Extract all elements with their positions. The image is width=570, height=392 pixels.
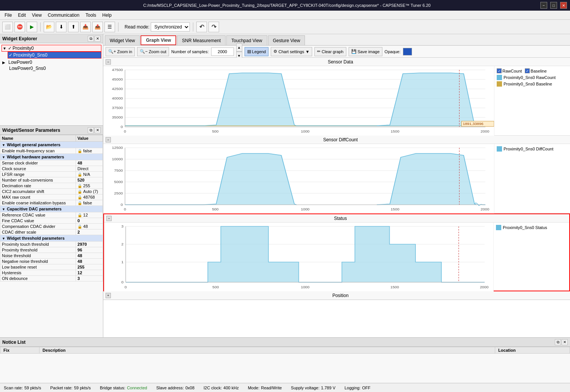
label-lowpower0-sns0: LowPower0_Sns0 xyxy=(9,66,46,71)
graph-area: − Sensor Data xyxy=(103,58,570,337)
maximize-button[interactable]: □ xyxy=(550,2,557,9)
svg-text:1000: 1000 xyxy=(301,207,309,211)
menubar: File Edit View Communication Tools Help xyxy=(0,11,570,20)
menu-file[interactable]: File xyxy=(2,12,15,19)
menu-edit[interactable]: Edit xyxy=(15,12,29,19)
menu-communication[interactable]: Communication xyxy=(45,12,82,19)
minimize-button[interactable]: − xyxy=(540,2,547,9)
param-fine-cdac: Fine CDAC value 0 xyxy=(0,218,103,224)
chart-diffcount-body: 12500 10000 7500 5000 2500 0 0 500 1000 xyxy=(103,144,570,213)
save-image-button[interactable]: 💾 Save image xyxy=(349,47,382,56)
close-button[interactable]: ✕ xyxy=(560,2,567,9)
read-mode-select[interactable]: Synchronized Free running xyxy=(151,22,190,32)
svg-text:2000: 2000 xyxy=(481,130,489,133)
toolbar-new[interactable]: ⬜ xyxy=(2,22,13,32)
notice-col-fix: Fix xyxy=(0,347,39,354)
svg-text:1000: 1000 xyxy=(301,130,309,133)
status-packet-rate: Packet rate: 59 pkts/s xyxy=(50,386,91,390)
menu-tools[interactable]: Tools xyxy=(82,12,99,19)
notice-data-table: Fix Description Location xyxy=(0,347,570,354)
toolbar-redo[interactable]: ↷ xyxy=(208,22,219,32)
collapse-diffcount[interactable]: − xyxy=(106,137,111,142)
widget-explorer-title: Widget Explorer xyxy=(2,36,37,41)
checkbox-proximity0-sns0[interactable]: ✓ xyxy=(9,52,13,58)
chart-settings-button[interactable]: ⚙ Chart settings ▼ xyxy=(271,47,312,56)
tree-item-lowpower0-sns0[interactable]: LowPower0_Sns0 xyxy=(8,65,101,71)
toolbar-undo[interactable]: ↶ xyxy=(196,22,207,32)
notice-list-panel: Notice List ⧉ ✕ Fix Description Location xyxy=(0,337,570,383)
col-value: Value xyxy=(76,135,103,142)
tree-item-lowpower0[interactable]: ▶ LowPower0 xyxy=(2,59,101,65)
chart-status-header: − Status xyxy=(104,214,569,223)
samples-input[interactable] xyxy=(211,47,234,56)
content-area: Widget Explorer ⧉ ✕ ▼ ✓ Proximity0 xyxy=(0,34,570,337)
clear-graph-button[interactable]: ✏ Clear graph xyxy=(314,47,346,56)
toolbar-open[interactable]: 📂 xyxy=(44,22,54,32)
legend-diffcount-entry: Proximity0_Sns0 DiffCount xyxy=(497,146,568,152)
tab-touchpad-view[interactable]: Touchpad View xyxy=(226,35,267,45)
tab-snr-measurement[interactable]: SNR Measurement xyxy=(177,35,226,45)
status-bridge: Bridge status: Connected xyxy=(100,386,147,390)
expand-icon-proximity0: ▼ xyxy=(3,46,7,51)
toolbar-import[interactable]: 📥 xyxy=(80,22,91,32)
toolbar-stop[interactable]: ⛔ xyxy=(14,22,25,32)
checkbox-proximity0[interactable]: ✓ xyxy=(8,46,12,51)
param-neg-noise: Negative noise threshold 48 xyxy=(0,259,103,264)
status-scan-rate: Scan rate: 59 pkts/s xyxy=(4,386,41,390)
svg-text:0: 0 xyxy=(124,130,126,133)
svg-text:2: 2 xyxy=(122,242,124,246)
svg-text:500: 500 xyxy=(212,285,219,289)
clear-graph-icon: ✏ xyxy=(317,49,321,54)
toolbar-download[interactable]: ⬇ xyxy=(56,22,66,32)
graph-toolbar: 🔍+ Zoom in 🔍− Zoom out Number of samples… xyxy=(103,46,570,58)
legend-button[interactable]: ▤ Legend xyxy=(245,47,269,56)
notice-list-close[interactable]: ✕ xyxy=(562,339,568,345)
widget-explorer-restore[interactable]: ⧉ xyxy=(88,36,94,42)
toolbar: ⬜ ⛔ ▶ 📂 ⬇ ⬆ 📥 📤 ☰ Read mode: Synchronize… xyxy=(0,20,570,34)
chart-diffcount: − Sensor DiffCount xyxy=(103,136,570,213)
notice-list-restore[interactable]: ⧉ xyxy=(555,339,561,345)
collapse-status[interactable]: − xyxy=(106,216,112,221)
toolbar-list[interactable]: ☰ xyxy=(104,22,115,32)
toolbar-export[interactable]: 📤 xyxy=(92,22,103,32)
menu-help[interactable]: Help xyxy=(99,12,115,19)
svg-text:0: 0 xyxy=(122,280,124,284)
collapse-position[interactable]: + xyxy=(106,293,111,298)
widget-explorer-header: Widget Explorer ⧉ ✕ xyxy=(0,34,103,43)
svg-text:0: 0 xyxy=(121,203,123,207)
svg-text:0: 0 xyxy=(124,207,126,211)
legend-baseline-checkbox[interactable]: ✓ Baseline xyxy=(525,68,546,73)
tab-widget-view[interactable]: Widget View xyxy=(105,35,140,45)
toolbar-run[interactable]: ▶ xyxy=(27,22,37,32)
sensor-params-restore[interactable]: ⧉ xyxy=(88,127,94,133)
svg-text:35000: 35000 xyxy=(112,115,123,119)
legend-rawcount-checkbox[interactable]: ✓ RawCount xyxy=(497,68,522,73)
param-noise-threshold: Noise threshold 48 xyxy=(0,253,103,259)
sensor-params-title: Widget/Sensor Parameters xyxy=(2,128,60,133)
label-lowpower0: LowPower0 xyxy=(8,60,32,65)
menu-view[interactable]: View xyxy=(29,12,45,19)
label-proximity0-sns0: Proximity0_Sns0 xyxy=(13,52,47,58)
sensor-params-close[interactable]: ✕ xyxy=(95,127,101,133)
collapse-sensor-data[interactable]: − xyxy=(106,59,111,65)
param-low-baseline: Low baseline reset 255 xyxy=(0,264,103,270)
param-max-rawcount: MAX raw count 🔒48768 xyxy=(0,194,103,200)
opaque-color-swatch[interactable] xyxy=(403,48,412,55)
toolbar-upload[interactable]: ⬆ xyxy=(68,22,79,32)
widget-explorer-close[interactable]: ✕ xyxy=(95,36,101,42)
tree-item-proximity0[interactable]: ▼ ✓ Proximity0 xyxy=(2,45,101,52)
svg-text:1: 1 xyxy=(122,260,124,264)
tree-item-proximity0-sns0[interactable]: ✓ Proximity0_Sns0 xyxy=(8,52,101,58)
tab-graph-view[interactable]: Graph View xyxy=(141,35,176,45)
param-enable-mf-scan: Enable multi-frequency scan 🔒false xyxy=(0,148,103,154)
zoom-in-button[interactable]: 🔍+ Zoom in xyxy=(106,47,135,56)
tab-gesture-view[interactable]: Gesture View xyxy=(268,35,305,45)
samples-up[interactable]: ▲ xyxy=(236,43,242,52)
param-on-debounce: ON debounce 3 xyxy=(0,276,103,281)
zoom-out-button[interactable]: 🔍− Zoom out xyxy=(137,47,169,56)
svg-text:500: 500 xyxy=(212,207,218,211)
status-i2c-clock: I2C clock: 400 kHz xyxy=(204,386,239,390)
param-clock-source: Clock source Direct xyxy=(0,166,103,172)
svg-text:3: 3 xyxy=(122,224,124,228)
svg-text:1500: 1500 xyxy=(391,207,399,211)
